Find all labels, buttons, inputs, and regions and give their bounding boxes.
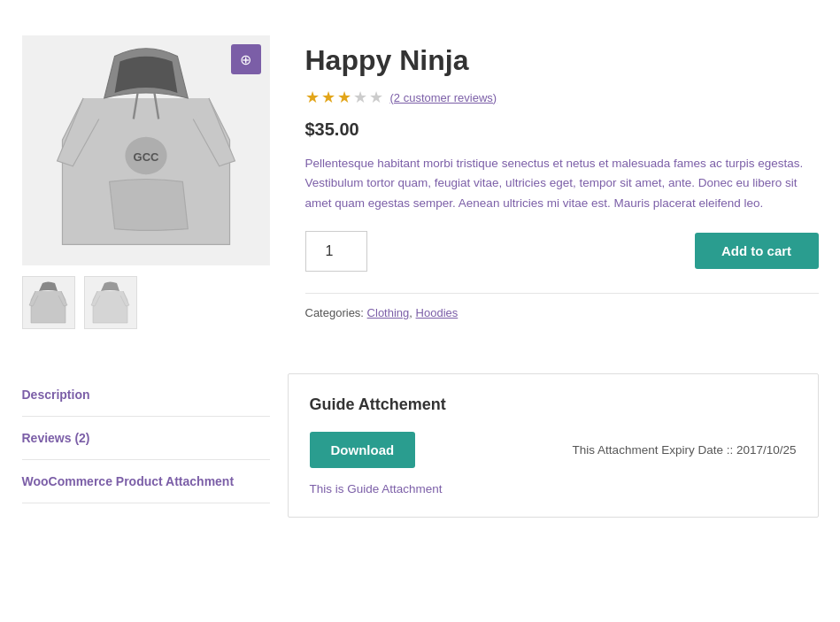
category-hoodies[interactable]: Hoodies: [416, 306, 459, 319]
tab-description[interactable]: Description: [22, 373, 270, 417]
zoom-button[interactable]: ⊕: [231, 44, 261, 74]
categories-label: Categories:: [305, 306, 364, 319]
rating-row: ★ ★ ★ ★ ★ (2 customer reviews): [305, 88, 819, 107]
attachment-row: Download This Attachment Expiry Date :: …: [310, 432, 797, 468]
categories-row: Categories: Clothing, Hoodies: [305, 306, 819, 319]
star-1: ★: [305, 88, 320, 107]
star-rating: ★ ★ ★ ★ ★: [305, 88, 383, 107]
download-button[interactable]: Download: [310, 432, 416, 468]
product-price: $35.00: [305, 119, 819, 140]
star-5: ★: [369, 88, 383, 107]
attachment-note: This is Guide Attachment: [310, 482, 797, 495]
svg-text:GCC: GCC: [133, 150, 158, 164]
thumb2-icon: [90, 279, 130, 327]
star-4: ★: [353, 88, 367, 107]
zoom-icon: ⊕: [240, 51, 251, 68]
thumb1-icon: [28, 279, 68, 327]
tabs-section: Description Reviews (2) WooCommerce Prod…: [22, 373, 819, 518]
tab-reviews[interactable]: Reviews (2): [22, 417, 270, 460]
product-container: GCC ⊕: [22, 18, 819, 347]
quantity-input[interactable]: [305, 231, 367, 272]
main-product-image: GCC ⊕: [22, 35, 270, 265]
tab-content-area: Guide Attchement Download This Attachmen…: [288, 373, 819, 518]
product-details: Happy Ninja ★ ★ ★ ★ ★ (2 customer review…: [305, 35, 819, 329]
thumbnail-2[interactable]: [84, 276, 137, 329]
expiry-text: This Attachment Expiry Date :: 2017/10/2…: [573, 443, 797, 457]
divider: [305, 293, 819, 294]
star-3: ★: [337, 88, 351, 107]
reviews-link[interactable]: (2 customer reviews): [390, 91, 497, 104]
product-description: Pellentesque habitant morbi tristique se…: [305, 154, 819, 213]
tab-navigation: Description Reviews (2) WooCommerce Prod…: [22, 373, 270, 518]
category-clothing[interactable]: Clothing: [367, 306, 410, 319]
thumbnail-row: [22, 276, 270, 329]
add-to-cart-row: Add to cart: [305, 231, 819, 272]
thumbnail-1[interactable]: [22, 276, 75, 329]
product-title: Happy Ninja: [305, 44, 819, 77]
tab-attachment[interactable]: WooCommerce Product Attachment: [22, 460, 270, 503]
attachment-title: Guide Attchement: [310, 395, 797, 414]
product-images: GCC ⊕: [22, 35, 270, 329]
add-to-cart-button[interactable]: Add to cart: [695, 233, 819, 269]
star-2: ★: [321, 88, 335, 107]
